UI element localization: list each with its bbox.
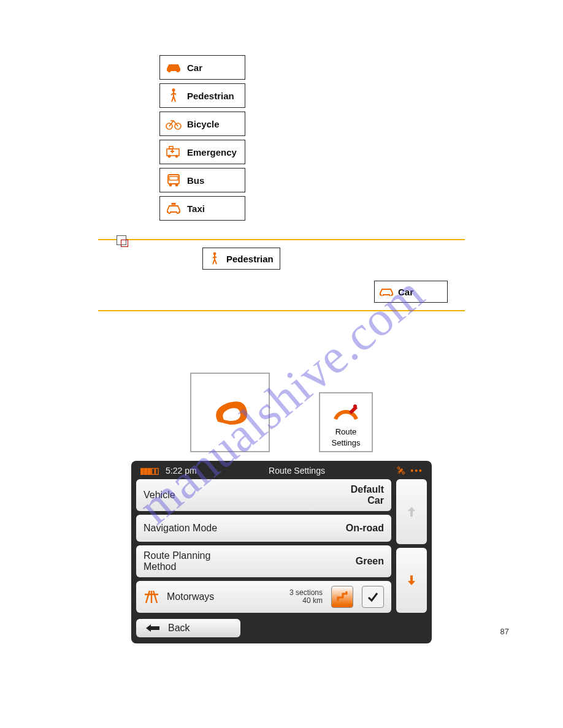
route-alt-button[interactable] xyxy=(331,586,353,608)
back-button[interactable]: Back xyxy=(136,619,240,637)
motorways-info: 3 sections 40 km xyxy=(289,589,323,605)
row-label: Navigation Mode xyxy=(144,523,217,534)
svg-rect-4 xyxy=(169,146,173,149)
row-value: Green xyxy=(356,556,384,567)
inline-pedestrian-button[interactable]: Pedestrian xyxy=(202,248,280,270)
vehicle-label: Pedestrian xyxy=(187,91,234,101)
svg-rect-7 xyxy=(168,175,179,184)
vehicle-label: Bus xyxy=(187,175,204,186)
row-navigation-mode[interactable]: Navigation Mode On-road xyxy=(136,515,391,542)
wrench-gauge-icon xyxy=(332,401,360,425)
row-value: Default Car xyxy=(351,484,384,506)
page-number: 87 xyxy=(500,627,509,636)
route-zigzag-icon xyxy=(335,590,349,604)
leaf-logo-icon xyxy=(205,394,255,431)
scroll-up-button[interactable] xyxy=(396,479,427,544)
svg-point-10 xyxy=(175,184,178,186)
tile-label-line1: Route xyxy=(335,428,357,436)
svg-rect-8 xyxy=(169,176,178,180)
note-block: Pedestrian Car xyxy=(98,239,465,311)
row-vehicle[interactable]: Vehicle Default Car xyxy=(136,479,391,511)
app-logo-tile[interactable] xyxy=(190,373,270,452)
row-label: Motorways xyxy=(167,591,214,602)
bus-icon xyxy=(165,173,182,188)
vehicle-option-pedestrian[interactable]: Pedestrian xyxy=(159,83,245,108)
row-label: Vehicle xyxy=(144,490,175,501)
car-icon xyxy=(165,60,182,75)
vehicle-label: Taxi xyxy=(187,203,205,214)
battery-bars-icon: ▮▮▮▯▯ xyxy=(140,466,158,476)
device-statusbar: ▮▮▮▯▯ 5:22 pm Route Settings 🛰 ••• xyxy=(136,464,427,479)
svg-point-5 xyxy=(168,155,170,157)
screen-title: Route Settings xyxy=(269,466,325,476)
vehicle-label: Car xyxy=(187,63,202,73)
inline-label: Car xyxy=(398,287,413,297)
row-label: Route Planning Method xyxy=(144,550,210,572)
arrow-left-icon xyxy=(145,624,161,632)
svg-rect-3 xyxy=(167,149,179,156)
app-tiles-row: Route Settings xyxy=(49,373,514,452)
taxi-icon xyxy=(165,201,182,216)
row-route-planning-method[interactable]: Route Planning Method Green xyxy=(136,545,391,577)
arrow-up-icon xyxy=(406,505,417,518)
scroll-down-button[interactable] xyxy=(396,548,427,613)
svg-point-12 xyxy=(213,252,216,255)
motorway-icon xyxy=(144,590,159,604)
gps-signal-icon: 🛰 ••• xyxy=(397,466,423,476)
vehicle-option-taxi[interactable]: Taxi xyxy=(159,196,245,221)
row-value: On-road xyxy=(346,523,384,534)
document-page: Car Pedestrian Bicycle Emergency Bus xyxy=(0,0,563,668)
pedestrian-icon xyxy=(207,252,223,265)
route-settings-tile[interactable]: Route Settings xyxy=(319,392,373,452)
vehicle-option-bicycle[interactable]: Bicycle xyxy=(159,112,245,136)
device-screenshot: ▮▮▮▯▯ 5:22 pm Route Settings 🛰 ••• Vehic… xyxy=(131,461,432,643)
svg-rect-11 xyxy=(172,203,175,205)
checkbox-button[interactable] xyxy=(362,586,384,608)
vehicle-option-car[interactable]: Car xyxy=(159,55,245,80)
svg-point-9 xyxy=(169,184,172,186)
vehicle-option-bus[interactable]: Bus xyxy=(159,168,245,192)
arrow-down-icon xyxy=(406,574,417,587)
svg-point-0 xyxy=(172,89,175,91)
checkmark-icon xyxy=(367,591,379,603)
vehicle-label: Emergency xyxy=(187,147,237,157)
note-icon xyxy=(117,235,126,245)
car-icon xyxy=(378,285,394,298)
vehicle-option-emergency[interactable]: Emergency xyxy=(159,140,245,164)
row-motorways[interactable]: Motorways 3 sections 40 km xyxy=(136,581,391,613)
tile-label-line2: Settings xyxy=(332,439,361,447)
inline-car-button[interactable]: Car xyxy=(374,281,448,303)
clock-text: 5:22 pm xyxy=(166,466,197,476)
bicycle-icon xyxy=(165,116,182,131)
vehicle-type-list: Car Pedestrian Bicycle Emergency Bus xyxy=(159,55,514,221)
inline-label: Pedestrian xyxy=(226,254,274,264)
svg-point-13 xyxy=(353,404,357,408)
pedestrian-icon xyxy=(165,88,182,103)
emergency-icon xyxy=(165,145,182,159)
back-label: Back xyxy=(168,623,190,634)
svg-point-6 xyxy=(175,155,178,157)
vehicle-label: Bicycle xyxy=(187,119,220,129)
